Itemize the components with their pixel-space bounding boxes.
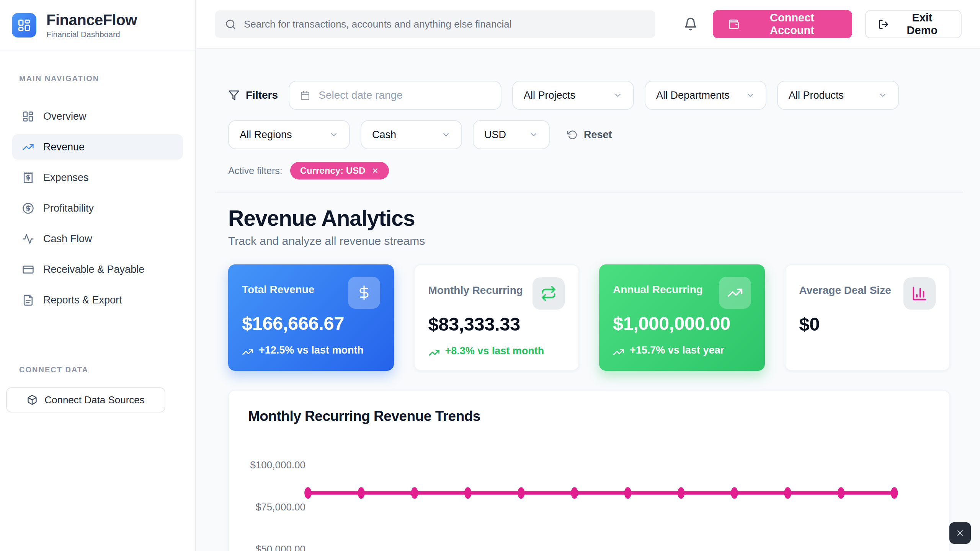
filter-icon [228, 90, 240, 101]
page-title: Revenue Analytics [228, 205, 950, 231]
sidebar-item-revenue[interactable]: Revenue [12, 134, 183, 160]
card-value: $0 [799, 313, 936, 335]
date-range-input[interactable] [318, 89, 490, 101]
sidebar-item-label: Receivable & Payable [43, 264, 144, 276]
trending-up-icon [22, 141, 34, 153]
dollar-icon [348, 277, 380, 309]
page-subtitle: Track and analyze all revenue streams [228, 235, 950, 248]
payment-type-select[interactable]: Cash [361, 120, 462, 149]
card-label: Annual Recurring [613, 284, 703, 296]
app-logo [12, 13, 36, 37]
brand: FinanceFlow Financial Dashboard [0, 0, 195, 51]
trending-up-icon [613, 346, 624, 358]
sidebar-item-label: Profitability [43, 202, 94, 214]
filters-row-2: All Regions Cash USD Reset [228, 120, 950, 149]
calendar-icon [300, 90, 310, 101]
app-subtitle: Financial Dashboard [46, 30, 137, 39]
total-revenue-card: Total Revenue $166,666.67 +12.5% vs last… [228, 264, 394, 371]
card-trend: +15.7% vs last year [613, 344, 751, 358]
file-text-icon [22, 294, 34, 306]
sidebar-item-label: Overview [43, 111, 87, 122]
sidebar-item-cash-flow[interactable]: Cash Flow [12, 226, 183, 251]
activity-icon [22, 233, 34, 245]
global-search[interactable] [215, 10, 655, 38]
active-filters-label: Active filters: [228, 165, 283, 176]
filters-label: Filters [228, 89, 278, 101]
projects-select[interactable]: All Projects [512, 81, 634, 110]
nav-section-label: MAIN NAVIGATION [19, 74, 183, 83]
exit-demo-button[interactable]: Exit Demo [865, 10, 962, 38]
trending-up-icon [242, 346, 253, 358]
regions-select[interactable]: All Regions [228, 120, 350, 149]
sidebar-item-label: Reports & Export [43, 294, 122, 306]
active-filters-row: Active filters: Currency: USD [228, 162, 950, 179]
chevron-down-icon [746, 91, 755, 100]
chevron-down-icon [329, 130, 338, 139]
chevron-down-icon [878, 91, 887, 100]
chevron-down-icon [613, 91, 622, 100]
rotate-ccw-icon [567, 130, 578, 140]
currency-select[interactable]: USD [473, 120, 550, 149]
metric-cards: Total Revenue $166,666.67 +12.5% vs last… [228, 264, 950, 371]
sidebar-item-label: Expenses [43, 172, 89, 184]
app-title: FinanceFlow [46, 11, 137, 28]
trending-up-icon [428, 347, 440, 359]
dashboard-icon [22, 111, 34, 122]
sidebar-item-reports-export[interactable]: Reports & Export [12, 287, 183, 313]
sidebar-item-overview[interactable]: Overview [12, 104, 183, 129]
receipt-icon [22, 172, 34, 184]
date-range-picker[interactable] [289, 81, 501, 110]
annual-recurring-card: Annual Recurring $1,000,000.00 +15.7% vs… [599, 264, 765, 371]
connect-data-sources-button[interactable]: Connect Data Sources [6, 387, 165, 412]
notifications-button[interactable] [681, 15, 700, 33]
reset-filters-button[interactable]: Reset [567, 129, 612, 141]
filters-row-1: Filters All Projects All Departments All… [228, 81, 950, 110]
sidebar-item-profitability[interactable]: Profitability [12, 196, 183, 221]
line-series [248, 440, 930, 551]
section-divider [215, 192, 963, 192]
card-value: $166,666.67 [242, 313, 380, 334]
chevron-down-icon [441, 130, 451, 139]
main-content: Filters All Projects All Departments All… [197, 49, 980, 551]
card-value: $1,000,000.00 [613, 313, 751, 334]
currency-filter-chip[interactable]: Currency: USD [290, 162, 389, 179]
bar-chart-icon [903, 277, 936, 310]
average-deal-size-card: Average Deal Size $0 [785, 264, 951, 371]
card-trend: +12.5% vs last month [242, 344, 380, 358]
search-input[interactable] [244, 18, 645, 30]
sidebar-item-receivable-payable[interactable]: Receivable & Payable [12, 257, 183, 282]
log-out-icon [878, 19, 889, 30]
sidebar-item-expenses[interactable]: Expenses [12, 165, 183, 190]
search-icon [225, 19, 236, 30]
chart-title: Monthly Recurring Revenue Trends [248, 408, 930, 424]
repeat-icon [532, 277, 565, 310]
sidebar: FinanceFlow Financial Dashboard MAIN NAV… [0, 0, 196, 551]
card-label: Monthly Recurring [428, 284, 523, 297]
toast-close-button[interactable] [949, 522, 971, 544]
trending-up-icon [719, 277, 751, 309]
dashboard-icon [17, 18, 31, 32]
main-navigation: MAIN NAVIGATION Overview Revenue Expense… [0, 74, 195, 374]
cube-icon [27, 395, 38, 405]
sidebar-item-label: Cash Flow [43, 233, 92, 245]
credit-card-icon [22, 264, 34, 276]
wallet-icon [728, 18, 740, 30]
monthly-recurring-card: Monthly Recurring $83,333.33 +8.3% vs la… [414, 264, 580, 371]
top-header: Connect Account Exit Demo [197, 0, 980, 49]
dollar-circle-icon [22, 202, 34, 214]
mrr-line-chart: $100,000.00 $75,000.00 $50,000.00 [248, 440, 930, 551]
connect-data-section-label: CONNECT DATA [19, 365, 183, 374]
close-icon [956, 528, 965, 538]
card-trend: +8.3% vs last month [428, 345, 565, 359]
products-select[interactable]: All Products [777, 81, 899, 110]
card-label: Average Deal Size [799, 284, 891, 297]
mrr-trends-chart-card: Monthly Recurring Revenue Trends $100,00… [228, 390, 950, 551]
chevron-down-icon [529, 130, 538, 139]
departments-select[interactable]: All Departments [645, 81, 766, 110]
card-value: $83,333.33 [428, 313, 565, 335]
close-icon [371, 167, 379, 174]
connect-account-button[interactable]: Connect Account [713, 10, 852, 38]
card-label: Total Revenue [242, 284, 314, 296]
bell-icon [684, 17, 697, 31]
sidebar-item-label: Revenue [43, 141, 85, 153]
